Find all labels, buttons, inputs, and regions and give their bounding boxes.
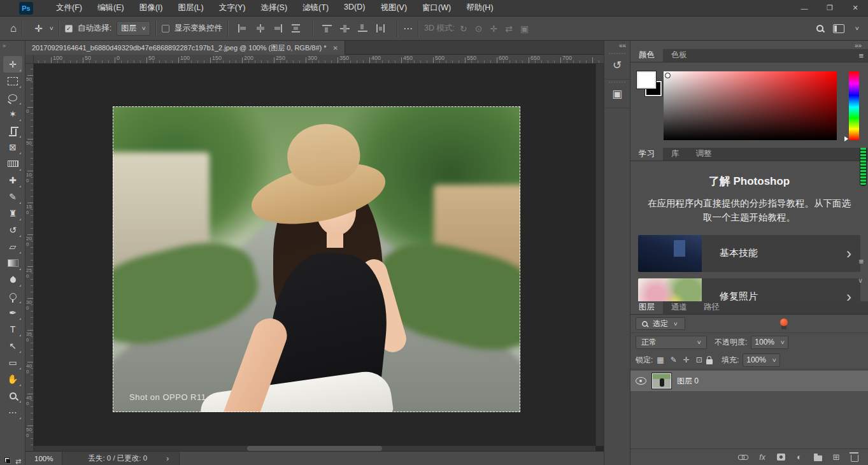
document-status[interactable]: 丢失: 0 / 已更改: 0 ›	[62, 452, 180, 465]
edit-toolbar[interactable]: ⋯	[3, 404, 22, 420]
menu-item[interactable]: 视图(V)	[373, 0, 415, 16]
default-colors-icon[interactable]	[4, 457, 11, 464]
pen-tool[interactable]: ✒	[3, 304, 22, 321]
learn-scrollbar-thumb[interactable]	[860, 148, 867, 186]
panel-tab[interactable]: 库	[663, 148, 688, 161]
panel-menu-icon[interactable]: ≡	[858, 257, 863, 266]
panel-tab[interactable]: 调整	[688, 148, 720, 161]
rectangle-tool[interactable]: ▭	[3, 354, 22, 371]
close-button[interactable]: ✕	[843, 0, 868, 16]
chevron-down-icon[interactable]: ∨	[49, 25, 54, 31]
restore-button[interactable]: ❐	[817, 0, 843, 16]
zoom-level[interactable]: 100%	[25, 455, 62, 462]
menu-item[interactable]: 帮助(H)	[459, 0, 501, 16]
foreground-color-swatch[interactable]	[637, 71, 656, 89]
menu-item[interactable]: 文字(Y)	[211, 0, 253, 16]
align-right-icon[interactable]	[273, 24, 283, 32]
lock-transparent-pixels-icon[interactable]: ▦	[657, 355, 664, 364]
document-tab[interactable]: 20170929164641_b6880d49329db47e686889228…	[25, 41, 345, 55]
hue-slider-pointer[interactable]	[844, 136, 848, 141]
align-bottom-icon[interactable]	[358, 24, 367, 32]
learn-card[interactable]: 修复照片 ›	[638, 278, 860, 301]
layer-mask-icon[interactable]	[776, 454, 785, 461]
layer-filter-toggle[interactable]	[780, 318, 788, 329]
layer-name[interactable]: 图层 0	[677, 376, 699, 387]
vertical-ruler[interactable]: 50050100150200250300350400450500	[25, 64, 34, 451]
lock-artboard-icon[interactable]: ⊡	[696, 355, 702, 364]
lock-position-icon[interactable]: ✛	[683, 355, 690, 364]
ruler-corner[interactable]	[25, 55, 34, 64]
vertical-scrollbar[interactable]	[595, 64, 604, 446]
crop-tool[interactable]	[3, 122, 22, 139]
adjustment-layer-icon[interactable]: ◐	[795, 452, 804, 462]
minimize-button[interactable]: —	[792, 0, 817, 16]
roll-3d-icon[interactable]: ⊙	[475, 24, 483, 34]
link-layers-icon[interactable]	[738, 454, 748, 460]
menu-item[interactable]: 图像(I)	[132, 0, 171, 16]
photo-canvas[interactable]: Shot on OPPO R11	[113, 106, 520, 412]
align-middle-icon[interactable]	[340, 24, 350, 32]
panel-tab[interactable]: 色板	[663, 49, 695, 62]
drag-3d-icon[interactable]: ✛	[490, 24, 497, 34]
quick-selection-tool[interactable]: ✶	[3, 106, 22, 122]
align-top-icon[interactable]	[322, 24, 332, 32]
slide-3d-icon[interactable]: ⇄	[505, 24, 513, 34]
search-icon[interactable]	[816, 24, 824, 32]
layer-styles-icon[interactable]: fx	[758, 453, 767, 462]
blur-tool[interactable]	[3, 271, 22, 288]
lock-all-icon[interactable]	[706, 359, 713, 364]
lasso-tool[interactable]	[3, 89, 22, 106]
eyedropper-ruler-tool[interactable]	[3, 155, 22, 172]
swap-colors-icon[interactable]: ⇄	[15, 457, 21, 465]
workspace-switcher-icon[interactable]	[833, 24, 844, 33]
history-brush-tool[interactable]: ↺	[3, 222, 22, 238]
spot-healing-brush-tool[interactable]: ✚	[3, 172, 22, 189]
menu-item[interactable]: 选择(S)	[253, 0, 295, 16]
layer-visibility-eye-icon[interactable]	[636, 377, 646, 385]
brush-tool[interactable]: ✎	[3, 189, 22, 205]
layer-row[interactable]: 图层 0	[630, 371, 868, 391]
layer-thumbnail[interactable]	[652, 373, 671, 389]
blend-mode-dropdown[interactable]: 正常 ∨	[636, 336, 707, 349]
group-layers-icon[interactable]	[813, 454, 822, 461]
saturation-brightness-field[interactable]	[664, 71, 837, 140]
menu-item[interactable]: 图层(L)	[170, 0, 211, 16]
panel-tab[interactable]: 通道	[663, 301, 695, 314]
panel-tab[interactable]: 图层	[630, 301, 663, 314]
more-options-icon[interactable]: ⋯	[403, 23, 413, 34]
eraser-tool[interactable]: ▱	[3, 238, 22, 255]
history-panel-icon[interactable]: ↺	[604, 51, 630, 80]
properties-3d-panel-icon[interactable]: ▣	[604, 80, 630, 108]
lock-image-pixels-icon[interactable]: ✎	[671, 355, 677, 364]
distribute-vertical-icon[interactable]	[376, 24, 385, 32]
auto-select-checkbox[interactable]: ✓	[65, 25, 73, 32]
opacity-dropdown[interactable]: 100% ∨	[751, 336, 788, 349]
panel-tab[interactable]: 颜色	[630, 49, 663, 62]
horizontal-scrollbar[interactable]	[34, 446, 595, 451]
frame-tool[interactable]: ⊠	[3, 139, 22, 155]
status-chevron-icon[interactable]: ›	[166, 454, 169, 463]
gradient-tool[interactable]	[3, 255, 22, 271]
distribute-horizontal-icon[interactable]	[291, 24, 301, 32]
path-selection-tool[interactable]: ↖	[3, 338, 22, 354]
collapse-panels-icon[interactable]: »»	[855, 42, 862, 49]
home-icon[interactable]: ⌂	[10, 22, 17, 35]
zoom-3d-camera-icon[interactable]: ▣	[520, 24, 529, 34]
menu-item[interactable]: 滤镜(T)	[295, 0, 336, 16]
menu-item[interactable]: 文件(F)	[48, 0, 90, 16]
delete-layer-icon[interactable]	[850, 453, 859, 462]
expand-dock-icon[interactable]: ««	[619, 42, 626, 49]
fill-dropdown[interactable]: 100% ∨	[743, 354, 780, 367]
panel-tab[interactable]: 学习	[630, 148, 663, 161]
orbit-3d-icon[interactable]: ↻	[460, 24, 467, 34]
clone-stamp-tool[interactable]: ♜	[3, 205, 22, 222]
panel-menu-icon[interactable]: ≡	[858, 51, 863, 61]
toolbar-expand-icon[interactable]: »	[3, 43, 5, 49]
type-tool[interactable]: T	[3, 321, 22, 338]
hue-slider[interactable]	[849, 71, 859, 140]
color-picker-marker[interactable]	[665, 73, 671, 78]
dodge-tool[interactable]	[3, 288, 22, 304]
zoom-tool[interactable]	[3, 387, 22, 404]
panel-tab[interactable]: 路径	[695, 301, 728, 314]
move-tool-preset-icon[interactable]: ✛	[34, 23, 43, 34]
